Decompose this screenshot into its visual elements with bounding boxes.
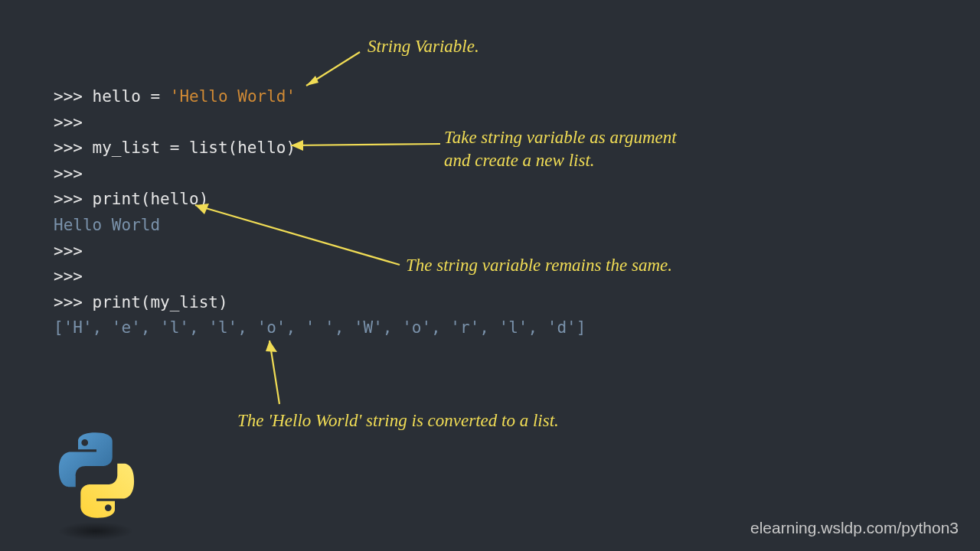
python-logo (46, 423, 145, 542)
logo-shadow (57, 522, 134, 540)
arrow-converted (0, 0, 980, 551)
svg-marker-7 (266, 341, 277, 352)
python-logo-icon (51, 429, 142, 521)
watermark: elearning.wsldp.com/python3 (750, 519, 959, 537)
